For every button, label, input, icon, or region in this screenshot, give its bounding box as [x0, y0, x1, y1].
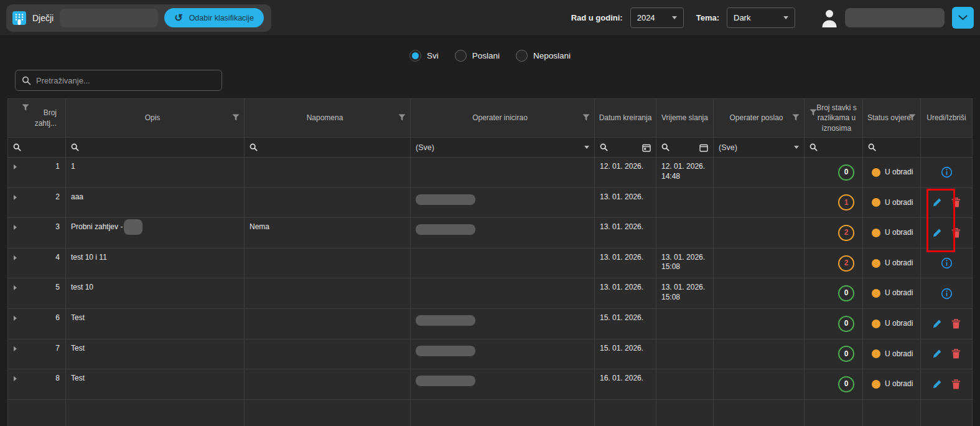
- column-header-broj-stavki[interactable]: Broj stavki s razlikama u iznosima: [805, 99, 863, 137]
- redacted-context-field[interactable]: [60, 9, 158, 27]
- user-menu-button[interactable]: [952, 7, 974, 29]
- status-text: U obradi: [885, 349, 913, 359]
- empty-cell: [714, 400, 805, 426]
- info-button[interactable]: [941, 257, 953, 269]
- column-header-label: Vrijeme slanja: [661, 113, 708, 123]
- year-select[interactable]: 2024: [630, 7, 684, 28]
- datum-text: 15. 01. 2026.: [600, 344, 643, 354]
- search-icon: [71, 143, 79, 151]
- year-value: 2024: [637, 13, 655, 22]
- cell-operater-poslao: [714, 158, 805, 187]
- filter-cell-vrijeme-slanja[interactable]: [656, 138, 714, 157]
- edit-button[interactable]: [932, 197, 942, 207]
- radio-poslani[interactable]: Poslani: [455, 50, 500, 62]
- delete-trash-icon: [951, 228, 961, 238]
- filter-cell-datum-kreiranja[interactable]: [595, 138, 656, 157]
- row-expand-icon[interactable]: [14, 316, 17, 321]
- cell-broj-zahtjeva: 1: [8, 158, 66, 187]
- table-row: 2 aaa 13. 01. 2026. 1 U obradi: [8, 188, 972, 219]
- datum-text: 16. 01. 2026.: [600, 374, 643, 384]
- delete-button[interactable]: [951, 197, 961, 207]
- column-header-opis[interactable]: Opis: [66, 99, 245, 137]
- cell-operater-inicirao: [411, 249, 595, 278]
- delete-button[interactable]: [951, 228, 961, 238]
- empty-cell: [805, 400, 863, 426]
- redacted-operator-name: [416, 224, 475, 235]
- cell-status-ovjere: U obradi: [863, 278, 921, 308]
- row-expand-icon[interactable]: [14, 255, 17, 260]
- row-expand-icon[interactable]: [14, 346, 17, 351]
- search-icon: [600, 143, 608, 151]
- info-button[interactable]: [941, 288, 953, 300]
- filter-select-operater-inicirao[interactable]: (Sve): [411, 138, 595, 157]
- info-button[interactable]: [941, 166, 953, 178]
- radio-svi[interactable]: Svi: [409, 50, 439, 62]
- column-header-operater-poslao[interactable]: Operater poslao: [714, 99, 805, 137]
- app-context-label: Dječji: [32, 13, 54, 23]
- cell-napomena: [245, 188, 411, 218]
- cell-vrijeme-slanja: 13. 01. 2026. 15:08: [656, 249, 714, 278]
- filter-funnel-icon[interactable]: [232, 113, 240, 123]
- delete-button[interactable]: [951, 319, 961, 329]
- cell-opis: test 10: [66, 278, 245, 308]
- calendar-icon: [642, 143, 651, 152]
- column-header-label: Status ovjere: [867, 113, 911, 123]
- status-text: U obradi: [885, 288, 913, 298]
- column-header-status-ovjere[interactable]: Status ovjere: [863, 99, 921, 137]
- table-header-row: Broj zahtj... Opis Napomena Operater ini…: [8, 99, 972, 138]
- row-expand-icon[interactable]: [14, 225, 17, 230]
- odabir-klasifikacije-button[interactable]: ↺ Odabir klasifikacije: [164, 8, 264, 27]
- status-text: U obradi: [885, 168, 913, 178]
- row-expand-icon[interactable]: [14, 376, 17, 381]
- filter-cell-status-ovjere[interactable]: [863, 138, 921, 157]
- filter-funnel-icon[interactable]: [398, 113, 406, 123]
- table-row: 5 test 10 13. 01. 2026. 13. 01. 2026. 15…: [8, 278, 972, 309]
- edit-button[interactable]: [932, 349, 942, 359]
- column-header-datum-kreiranja[interactable]: Datum kreiranja: [595, 99, 656, 137]
- column-header-label: Operater inicirao: [472, 113, 528, 123]
- redacted-operator-name: [416, 346, 475, 356]
- diff-count-badge: 0: [838, 346, 854, 362]
- edit-button[interactable]: [932, 379, 942, 389]
- filter-funnel-icon[interactable]: [810, 108, 817, 118]
- filter-cell-napomena[interactable]: [245, 138, 411, 157]
- filter-funnel-icon[interactable]: [582, 113, 590, 123]
- radio-unselected-icon: [516, 50, 528, 62]
- row-expand-icon[interactable]: [14, 195, 17, 200]
- cell-broj-stavki: 0: [805, 309, 863, 339]
- filter-cell-opis[interactable]: [66, 138, 245, 157]
- column-header-vrijeme-slanja[interactable]: Vrijeme slanja: [656, 99, 714, 137]
- cell-broj-stavki: 0: [805, 339, 863, 369]
- column-header-napomena[interactable]: Napomena: [245, 99, 411, 137]
- filter-cell-broj-stavki[interactable]: [805, 138, 863, 157]
- filter-funnel-icon[interactable]: [22, 103, 29, 113]
- search-input[interactable]: [36, 76, 215, 85]
- radio-neposlani[interactable]: Neposlani: [516, 50, 571, 62]
- filter-cell-broj[interactable]: [8, 138, 66, 157]
- cell-broj-zahtjeva: 4: [8, 249, 66, 278]
- theme-select[interactable]: Dark: [727, 7, 795, 28]
- filter-funnel-icon[interactable]: [908, 113, 916, 123]
- radio-svi-label: Svi: [427, 51, 439, 60]
- chevron-down-icon: [672, 16, 677, 19]
- info-icon: [941, 166, 953, 178]
- filter-funnel-icon[interactable]: [792, 113, 800, 123]
- column-header-uredi-izbrisi: Uredi/Izbriši: [921, 99, 972, 137]
- global-search-box[interactable]: [15, 70, 222, 91]
- theme-value: Dark: [734, 13, 750, 22]
- delete-button[interactable]: [951, 349, 961, 359]
- delete-button[interactable]: [951, 379, 961, 389]
- search-icon: [13, 143, 21, 151]
- edit-button[interactable]: [932, 228, 942, 238]
- cell-operater-inicirao: [411, 339, 595, 369]
- cell-datum-kreiranja: 16. 01. 2026.: [595, 369, 656, 399]
- table-row: 1 1 12. 01. 2026. 12. 01. 2026. 14:48 0 …: [8, 158, 972, 188]
- row-expand-icon[interactable]: [14, 285, 17, 290]
- row-expand-icon[interactable]: [14, 164, 17, 169]
- filter-select-operater-poslao[interactable]: (Sve): [714, 138, 805, 157]
- opis-text: Probni zahtjev -: [71, 222, 123, 232]
- cell-uredi-izbrisi: [921, 369, 972, 399]
- column-header-operater-inicirao[interactable]: Operater inicirao: [411, 99, 595, 137]
- edit-button[interactable]: [932, 319, 942, 329]
- column-header-broj-zahtjeva[interactable]: Broj zahtj...: [8, 99, 66, 137]
